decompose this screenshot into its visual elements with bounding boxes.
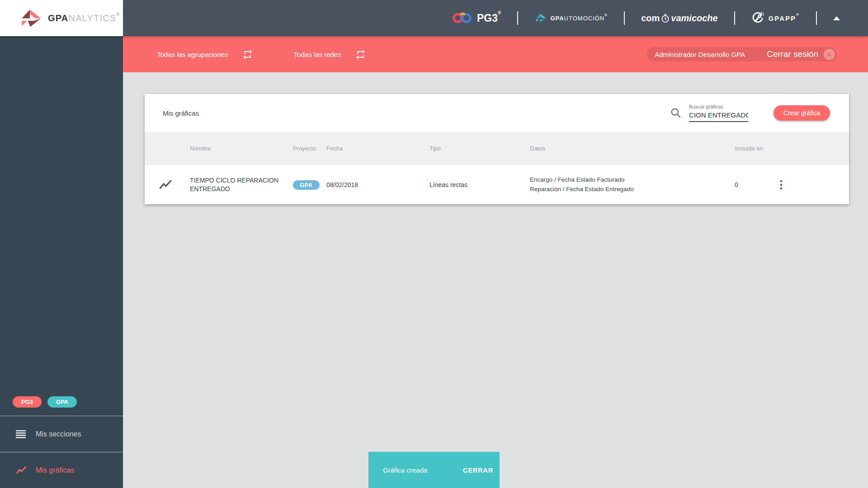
search-input[interactable]: CION ENTREGADO — [689, 111, 748, 119]
gpanalytics-logo-text: GPANALYTICS® — [48, 13, 120, 23]
sidebar-item-label: Mis gráficas — [36, 466, 74, 474]
badge-gpa[interactable]: GPA — [47, 396, 77, 408]
column-header-tipo: Tipo — [429, 145, 530, 152]
cell-incluida-en: 0 — [733, 181, 778, 188]
datos-line: Reparación / Fecha Estado Entregado — [530, 185, 733, 194]
user-name: Administrador Desarrollo GPA — [655, 51, 745, 58]
sidebar-item-label: Mis secciones — [36, 430, 81, 438]
sidebar-bottom: PG3 GPA Mis secciones Mis gráficas — [0, 396, 123, 488]
repeat-icon — [355, 49, 366, 60]
comovamicoche-logo[interactable]: com vamicoche — [641, 13, 718, 23]
header-divider — [816, 11, 817, 25]
gpanalytics-logo-icon — [18, 8, 42, 29]
column-header-incluida-en: Incluida en — [733, 145, 778, 152]
pg3-infinity-icon — [452, 11, 473, 25]
search-icon[interactable] — [670, 107, 682, 119]
menu-lines-icon — [16, 430, 27, 438]
datos-line: Encargo / Fecha Estado Facturado — [530, 175, 733, 184]
column-header-proyecto: Proyecto — [293, 145, 326, 152]
badge-pg3[interactable]: PG3 — [13, 396, 42, 408]
column-header-datos: Datos — [530, 145, 733, 152]
column-header-fecha: Fecha — [326, 145, 429, 152]
clock-icon — [660, 14, 670, 23]
logout-button[interactable]: Cerrar sesión — [767, 49, 818, 59]
line-chart-icon — [159, 180, 172, 190]
filter-bar: Todas las agrupaciones Todas las redes A… — [123, 36, 868, 72]
search-field: Buscar gráficas CION ENTREGADO — [689, 104, 748, 122]
chevron-up-icon — [833, 16, 840, 20]
gpautomocion-logo-text: GPAUTOMOCIÓN® — [550, 15, 608, 22]
pg3-logo-text: PG3® — [477, 12, 501, 24]
more-vert-icon — [780, 179, 783, 190]
topbar-app-logos: PG3® GPAUTOMOCIÓN® com — [452, 0, 840, 36]
header-divider — [734, 11, 735, 25]
line-chart-icon — [16, 466, 27, 474]
gpautomocion-logo[interactable]: GPAUTOMOCIÓN® — [534, 13, 608, 23]
user-session-pill: Administrador Desarrollo GPA Cerrar sesi… — [647, 47, 837, 61]
gpapp-wrench-icon — [751, 12, 764, 24]
cell-proyecto: GPA — [293, 181, 326, 188]
gpautomocion-logo-icon — [534, 13, 547, 23]
toast-close-button[interactable]: CERRAR — [463, 466, 493, 474]
search-field-label: Buscar gráficas — [689, 104, 748, 109]
card-header: Mis gráficas Buscar gráficas CION ENTREG… — [145, 94, 849, 132]
sidebar-badges: PG3 GPA — [0, 396, 123, 416]
top-header: GPANALYTICS® PG3® GPAUTOMOCIÓN® com — [0, 0, 868, 36]
sidebar: PG3 GPA Mis secciones Mis gráficas — [0, 36, 123, 488]
row-chart-type-icon — [145, 180, 190, 190]
swap-redes-button[interactable] — [355, 49, 366, 60]
redes-filter-label: Todas las redes — [294, 51, 341, 58]
swap-agrupaciones-button[interactable] — [242, 49, 253, 60]
header-divider — [624, 11, 625, 25]
repeat-icon — [242, 49, 253, 60]
pg3-logo[interactable]: PG3® — [452, 11, 501, 25]
gpapp-logo[interactable]: GPAPP® — [751, 12, 800, 24]
gpapp-logo-text: GPAPP® — [769, 14, 800, 22]
comovamicoche-logo-text: com vamicoche — [641, 13, 718, 23]
cell-actions — [778, 178, 849, 192]
main-content: Mis gráficas Buscar gráficas CION ENTREG… — [123, 72, 868, 488]
cell-datos: Encargo / Fecha Estado Facturado Reparac… — [530, 175, 733, 194]
gpanalytics-brand[interactable]: GPANALYTICS® — [0, 0, 123, 36]
graficas-card: Mis gráficas Buscar gráficas CION ENTREG… — [145, 94, 849, 204]
table-header-row: Nombre Proyecto Fecha Tipo Datos Incluid… — [145, 132, 849, 165]
column-header-nombre: Nombre — [190, 145, 293, 152]
logout-close-icon[interactable]: ✕ — [824, 49, 835, 60]
create-chart-button[interactable]: Crear gráfica — [774, 105, 830, 121]
cell-tipo: Líneas rectas — [429, 181, 530, 188]
cell-nombre: TIEMPO CICLO REPARACION ENTREGADO — [190, 176, 293, 193]
collapse-header-button[interactable] — [833, 16, 840, 20]
page-title: Mis gráficas — [163, 109, 670, 117]
header-divider — [517, 11, 518, 25]
sidebar-item-mis-graficas[interactable]: Mis gráficas — [0, 452, 123, 488]
toast-message: Gráfica creada — [383, 466, 427, 474]
sidebar-item-mis-secciones[interactable]: Mis secciones — [0, 416, 123, 452]
cell-fecha: 08/02/2018 — [326, 181, 429, 188]
project-badge: GPA — [293, 180, 320, 190]
row-menu-button[interactable] — [778, 178, 784, 192]
toast-snackbar: Gráfica creada CERRAR — [368, 452, 500, 488]
table-row[interactable]: TIEMPO CICLO REPARACION ENTREGADO GPA 08… — [145, 165, 849, 204]
agrupaciones-filter-label: Todas las agrupaciones — [157, 51, 228, 58]
